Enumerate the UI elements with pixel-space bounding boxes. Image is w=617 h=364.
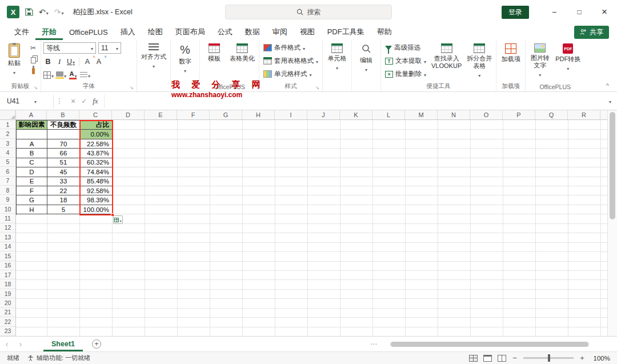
- cell[interactable]: 18: [47, 195, 80, 205]
- phonetic-dropdown-icon[interactable]: [88, 71, 90, 79]
- column-header-Q[interactable]: Q: [535, 110, 568, 119]
- undo-dropdown-icon[interactable]: [46, 7, 49, 17]
- save-button[interactable]: [25, 8, 33, 16]
- zoom-level[interactable]: 100%: [591, 355, 610, 362]
- copy-button[interactable]: [28, 55, 38, 64]
- row-header-22[interactable]: 22: [0, 317, 15, 326]
- increase-font-button[interactable]: A: [83, 57, 92, 67]
- zoom-slider[interactable]: [523, 357, 574, 359]
- accessibility-status[interactable]: 辅助功能: 一切就绪: [27, 354, 90, 362]
- column-header-A[interactable]: A: [16, 110, 47, 119]
- tab-插入[interactable]: 插入: [114, 24, 142, 40]
- column-header-E[interactable]: E: [145, 110, 177, 119]
- column-header-D[interactable]: D: [112, 110, 145, 119]
- tab-OfficePLUS[interactable]: OfficePLUS: [63, 24, 114, 40]
- cell[interactable]: 85.48%: [80, 177, 113, 186]
- conditional-formatting-button[interactable]: 条件格式: [262, 42, 307, 54]
- share-button[interactable]: 共享: [574, 26, 609, 39]
- cell[interactable]: 33: [47, 177, 80, 186]
- batch-delete-dropdown-icon[interactable]: [424, 71, 426, 78]
- conditional-formatting-dropdown-icon[interactable]: [303, 45, 305, 51]
- editing-collapsed-button[interactable]: 编辑: [354, 42, 378, 73]
- pdf-convert-button[interactable]: PDF PDF转换: [554, 42, 582, 71]
- cells-collapsed-button[interactable]: 单元格: [325, 42, 349, 71]
- cell[interactable]: C: [17, 158, 47, 167]
- cell[interactable]: 22.58%: [80, 139, 113, 149]
- sheet-options-dots-icon[interactable]: [370, 340, 377, 348]
- vlookup-button[interactable]: 查找录入 VLOOKUP: [430, 42, 463, 70]
- undo-button[interactable]: ↶: [39, 7, 49, 17]
- cell[interactable]: 43.87%: [80, 149, 113, 158]
- zoom-out-button[interactable]: −: [512, 354, 518, 362]
- cell[interactable]: 60.32%: [80, 158, 113, 167]
- styles-dialog-launcher-icon[interactable]: [315, 85, 321, 91]
- name-box[interactable]: U41: [3, 95, 54, 108]
- cell[interactable]: D: [17, 167, 47, 177]
- page-layout-view-button[interactable]: [483, 355, 492, 362]
- cut-button[interactable]: [28, 43, 38, 53]
- italic-button[interactable]: I: [55, 57, 64, 67]
- template-button[interactable]: 模板: [202, 42, 226, 62]
- horizontal-scrollbar[interactable]: [390, 342, 590, 347]
- row-header-11[interactable]: 11: [0, 214, 15, 223]
- font-dialog-launcher-icon[interactable]: [130, 85, 135, 91]
- image-to-text-dropdown-icon[interactable]: [539, 71, 541, 78]
- tab-页面布局[interactable]: 页面布局: [169, 24, 211, 40]
- minimize-button[interactable]: [542, 0, 567, 24]
- image-to-text-button[interactable]: 图片转 文字: [528, 42, 552, 78]
- row-header-18[interactable]: 18: [0, 279, 15, 289]
- clipboard-dialog-launcher-icon[interactable]: [34, 85, 39, 91]
- column-header-C[interactable]: C: [79, 110, 112, 119]
- add-sheet-button[interactable]: [92, 339, 101, 349]
- expand-formula-bar-icon[interactable]: [603, 97, 617, 105]
- column-header-L[interactable]: L: [372, 110, 405, 119]
- paste-dropdown-icon[interactable]: [13, 69, 15, 75]
- search-box[interactable]: 搜索: [225, 5, 392, 19]
- text-extract-button[interactable]: T文本提取: [383, 55, 428, 67]
- tab-帮助[interactable]: 帮助: [371, 24, 398, 40]
- row-header-7[interactable]: 7: [0, 177, 15, 186]
- column-header-M[interactable]: M: [405, 110, 438, 119]
- row-header-20[interactable]: 20: [0, 298, 15, 307]
- column-header-P[interactable]: P: [503, 110, 535, 119]
- format-painter-button[interactable]: [28, 66, 38, 75]
- cell[interactable]: B: [17, 149, 47, 158]
- font-name-dropdown-icon[interactable]: [91, 44, 93, 52]
- row-header-15[interactable]: 15: [0, 251, 15, 261]
- sheet-grid[interactable]: ABCDEFGHIJKLMNOPQR 123456789101112131415…: [0, 110, 607, 336]
- tab-开始[interactable]: 开始: [35, 24, 63, 40]
- font-name-combobox[interactable]: 等线: [43, 42, 96, 54]
- cell[interactable]: 66: [47, 149, 80, 158]
- row-header-14[interactable]: 14: [0, 242, 15, 251]
- column-header-K[interactable]: K: [340, 110, 372, 119]
- cell[interactable]: 影响因素: [17, 121, 47, 130]
- split-merge-dropdown-icon[interactable]: [478, 71, 480, 78]
- normal-view-button[interactable]: [469, 355, 478, 362]
- cell[interactable]: E: [17, 177, 47, 186]
- close-button[interactable]: [592, 0, 617, 24]
- row-header-19[interactable]: 19: [0, 289, 15, 298]
- row-header-16[interactable]: 16: [0, 261, 15, 270]
- addins-button[interactable]: 加载项: [499, 42, 523, 63]
- cell[interactable]: [17, 130, 47, 139]
- cancel-button[interactable]: [71, 97, 75, 106]
- underline-dropdown-icon[interactable]: [73, 58, 75, 66]
- fill-color-button[interactable]: [56, 70, 66, 81]
- format-as-table-button[interactable]: 套用表格格式: [262, 55, 320, 67]
- column-header-B[interactable]: B: [47, 110, 79, 119]
- column-header-R[interactable]: R: [568, 110, 600, 119]
- batch-delete-button[interactable]: ×批量删除: [383, 68, 428, 80]
- tab-绘图[interactable]: 绘图: [142, 24, 169, 40]
- row-header-3[interactable]: 3: [0, 139, 15, 148]
- split-merge-button[interactable]: 拆分合并 表格: [465, 42, 494, 78]
- row-header-5[interactable]: 5: [0, 158, 15, 167]
- fill-color-dropdown-icon[interactable]: [64, 71, 66, 79]
- format-as-table-dropdown-icon[interactable]: [316, 58, 318, 65]
- horizontal-scrollbar-thumb[interactable]: [391, 342, 588, 347]
- column-header-J[interactable]: J: [307, 110, 340, 119]
- phonetic-guide-button[interactable]: [80, 70, 90, 81]
- row-header-17[interactable]: 17: [0, 270, 15, 279]
- alignment-collapsed-button[interactable]: 对齐方式: [139, 42, 168, 69]
- underline-button[interactable]: U: [66, 57, 75, 67]
- font-color-button[interactable]: A: [69, 70, 78, 81]
